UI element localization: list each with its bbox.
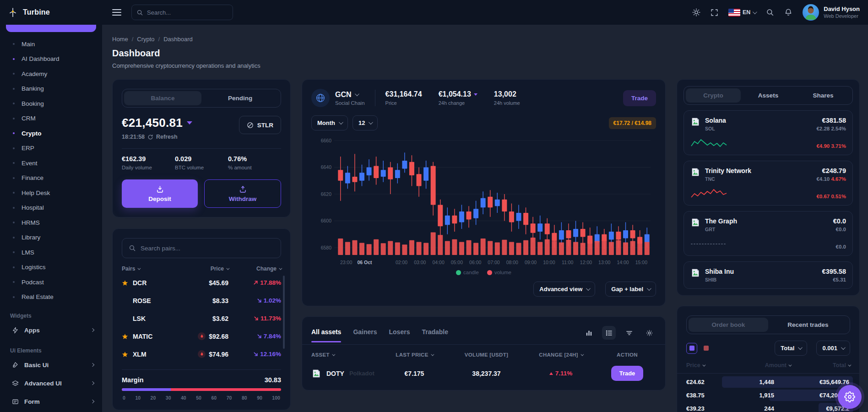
- assets-tab-losers[interactable]: Losers: [389, 328, 410, 342]
- balance-amount[interactable]: €21,450.81: [122, 116, 192, 130]
- orderbook-tab-recent-trades[interactable]: Recent trades: [768, 318, 848, 332]
- breadcrumb-item-crypto[interactable]: Crypto: [137, 36, 154, 43]
- brand[interactable]: Turbine: [0, 7, 102, 18]
- pairs-search[interactable]: [122, 238, 281, 258]
- sidebar-item-library[interactable]: Library: [0, 230, 102, 245]
- assets-column-change-24h[interactable]: CHANGE [24H]: [524, 352, 597, 358]
- market-tile-solana[interactable]: SolanaSOL€381.58€2.28 2.54%€4.90 3.71%: [684, 110, 853, 155]
- pairs-search-input[interactable]: [141, 245, 274, 252]
- orderbook-column-price[interactable]: Price: [686, 362, 727, 369]
- sidebar-item-hrms[interactable]: HRMS: [0, 215, 102, 230]
- sidebar-item-help-desk[interactable]: Help Desk: [0, 185, 102, 201]
- sidebar-item-event[interactable]: Event: [0, 156, 102, 171]
- sidebar-item-academy[interactable]: Academy: [0, 66, 102, 81]
- theme-toggle-icon[interactable]: [692, 8, 700, 16]
- market-tile-the-graph[interactable]: The GraphGRT€0.0€0.0€0.0: [684, 211, 853, 256]
- pairs-column-pairs[interactable]: Pairs: [122, 266, 180, 272]
- sidebar-item-lms[interactable]: LMS: [0, 245, 102, 260]
- menu-toggle-icon[interactable]: [112, 9, 121, 16]
- settings-fab[interactable]: [838, 385, 862, 409]
- orderbook-row-1[interactable]: €24.621,448€35,649.76: [686, 375, 850, 389]
- range-select[interactable]: Month: [311, 115, 348, 130]
- legend-candle[interactable]: candle: [456, 270, 479, 275]
- favorite-star-icon[interactable]: [122, 280, 128, 286]
- fullscreen-icon[interactable]: [711, 9, 718, 16]
- interval-select[interactable]: 12: [353, 115, 378, 130]
- sidebar-item-real-estate[interactable]: Real Estate: [0, 290, 102, 305]
- gap-label-button[interactable]: Gap + label: [605, 282, 656, 297]
- global-search[interactable]: [131, 5, 233, 20]
- list-view-icon[interactable]: [602, 326, 616, 340]
- sidebar-item-crm[interactable]: CRM: [0, 111, 102, 126]
- markets-tab-assets[interactable]: Assets: [741, 88, 796, 103]
- pair-row-matic[interactable]: MATIC$92.687.84%: [122, 327, 281, 345]
- bids-toggle[interactable]: [686, 343, 697, 354]
- orderbook-column-amount[interactable]: Amount: [727, 362, 791, 369]
- orderbook-total-select[interactable]: Total: [775, 341, 807, 356]
- settings-gear-icon[interactable]: [642, 326, 656, 340]
- sidebar-item-logistics[interactable]: Logistics: [0, 260, 102, 275]
- orderbook-precision-select[interactable]: 0.001: [816, 341, 850, 356]
- favorite-star-icon[interactable]: [122, 333, 128, 340]
- user-menu[interactable]: David Hyson Web Developer: [803, 4, 860, 21]
- sidebar-item-crypto[interactable]: Crypto: [0, 126, 102, 141]
- markets-tab-shares[interactable]: Shares: [796, 88, 851, 103]
- language-selector[interactable]: EN: [728, 9, 756, 16]
- sidebar-item-banking[interactable]: Banking: [0, 81, 102, 97]
- breadcrumb-item-home[interactable]: Home: [112, 36, 128, 43]
- market-tile-shiba-inu[interactable]: Shiba InuSHIB€395.58€5.31: [684, 261, 853, 289]
- breadcrumb-item-dashboard[interactable]: Dashboard: [163, 36, 193, 43]
- assets-tab-gainers[interactable]: Gainers: [353, 328, 377, 342]
- asset-row-doty[interactable]: DOTYPolkadot€7.17538,237.377.11%Trade: [311, 366, 656, 381]
- pair-row-rose[interactable]: ROSE$8.331.02%: [122, 292, 281, 309]
- advanced-view-button[interactable]: Advanced view: [533, 282, 595, 297]
- global-search-input[interactable]: [147, 9, 228, 16]
- trade-button[interactable]: Trade: [623, 90, 656, 106]
- sidebar-item-hospital[interactable]: Hospital: [0, 201, 102, 216]
- balance-tab-pending[interactable]: Pending: [201, 91, 279, 105]
- markets-tab-crypto[interactable]: Crypto: [686, 88, 741, 103]
- legend-volume[interactable]: volume: [487, 270, 511, 275]
- sidebar-item-ai-dashboard[interactable]: AI Dashboard: [0, 52, 102, 67]
- bar-chart-view-icon[interactable]: [582, 326, 596, 340]
- sidebar-item-erp[interactable]: ERP: [0, 141, 102, 156]
- sidebar-item-apps[interactable]: Apps: [0, 321, 102, 339]
- favorite-star-icon[interactable]: [122, 351, 128, 358]
- deposit-button[interactable]: Deposit: [122, 179, 198, 208]
- sidebar-item-advanced-ui[interactable]: Advanced UI: [0, 374, 102, 392]
- assets-column-last-price[interactable]: LAST PRICE: [380, 352, 449, 358]
- assets-tab-tradable[interactable]: Tradable: [422, 328, 448, 342]
- notifications-bell-icon[interactable]: [784, 8, 792, 16]
- asks-toggle[interactable]: [704, 346, 709, 351]
- currency-select-button[interactable]: STLR: [239, 116, 281, 134]
- market-tile-trinity-network[interactable]: Trinity NetworkTNC€248.79€4.10 4.67%€0.6…: [684, 161, 853, 206]
- pairs-column-change[interactable]: Change: [228, 266, 281, 272]
- balance-tab-balance[interactable]: Balance: [124, 91, 201, 105]
- trade-button[interactable]: Trade: [611, 366, 644, 381]
- hot-fire-icon: [198, 332, 206, 340]
- pairs-column-price[interactable]: Price: [180, 266, 228, 272]
- active-group-pill[interactable]: [6, 25, 96, 32]
- sidebar-item-podcast[interactable]: Podcast: [0, 275, 102, 290]
- pair-row-xlm[interactable]: XLM$74.9612.16%: [122, 345, 281, 363]
- sidebar-item-finance[interactable]: Finance: [0, 171, 102, 186]
- assets-tab-all-assets[interactable]: All assets: [311, 328, 341, 342]
- coin-symbol-select[interactable]: GCN: [335, 91, 365, 99]
- pair-row-lsk[interactable]: LSK$3.6211.73%: [122, 309, 281, 327]
- sidebar-item-booking[interactable]: Booking: [0, 96, 102, 111]
- withdraw-button[interactable]: Withdraw: [204, 179, 281, 208]
- sidebar-item-form[interactable]: Form: [0, 392, 102, 411]
- header-search-icon[interactable]: [766, 8, 774, 16]
- pair-row-dcr[interactable]: DCR$45.6917.88%: [122, 274, 281, 292]
- scrollbar[interactable]: [283, 276, 285, 349]
- orderbook-tab-order-book[interactable]: Order book: [689, 318, 768, 332]
- sidebar-item-main[interactable]: Main: [0, 37, 102, 52]
- orderbook-column-total[interactable]: Total: [791, 362, 850, 369]
- assets-column-asset[interactable]: ASSET: [311, 352, 380, 358]
- sidebar-item-basic-ui[interactable]: Basic Ui: [0, 356, 102, 374]
- orderbook-row-3[interactable]: €39.23244€9,572.2: [686, 402, 850, 412]
- candlestick-chart[interactable]: 6660664066206600658023:0006 Oct02:0003:0…: [311, 135, 656, 269]
- filter-icon[interactable]: [622, 326, 636, 340]
- balance-refresh[interactable]: 18:21:58 Refresh: [122, 134, 192, 140]
- orderbook-row-2[interactable]: €38.751,915€74,206.25: [686, 389, 850, 402]
